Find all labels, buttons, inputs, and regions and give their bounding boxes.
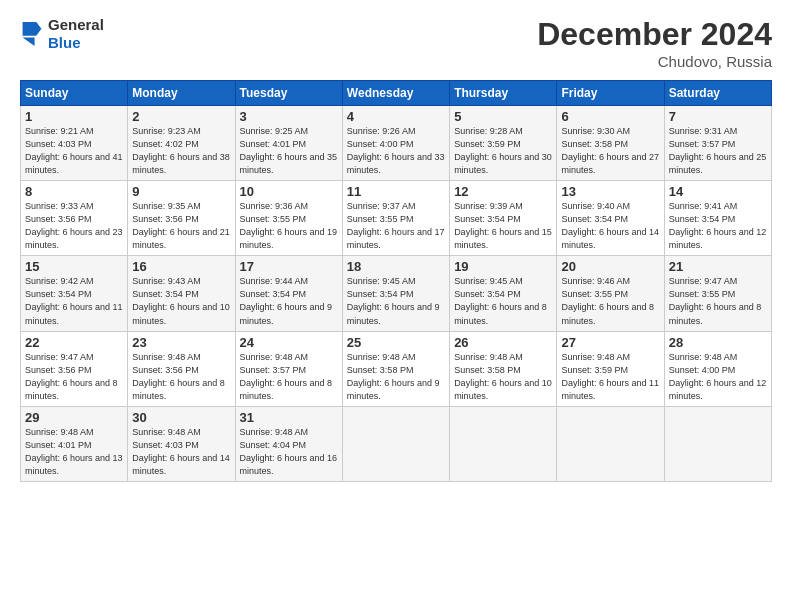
calendar-cell (450, 406, 557, 481)
day-info: Sunrise: 9:44 AMSunset: 3:54 PMDaylight:… (240, 275, 338, 327)
day-number: 6 (561, 109, 659, 124)
day-info: Sunrise: 9:28 AMSunset: 3:59 PMDaylight:… (454, 125, 552, 177)
calendar-cell: 19Sunrise: 9:45 AMSunset: 3:54 PMDayligh… (450, 256, 557, 331)
header: General Blue December 2024 Chudovo, Russ… (20, 16, 772, 70)
day-number: 21 (669, 259, 767, 274)
col-wednesday: Wednesday (342, 81, 449, 106)
day-number: 27 (561, 335, 659, 350)
day-info: Sunrise: 9:39 AMSunset: 3:54 PMDaylight:… (454, 200, 552, 252)
logo-line2: Blue (48, 34, 104, 52)
day-info: Sunrise: 9:48 AMSunset: 3:58 PMDaylight:… (347, 351, 445, 403)
calendar-cell: 17Sunrise: 9:44 AMSunset: 3:54 PMDayligh… (235, 256, 342, 331)
calendar-table: Sunday Monday Tuesday Wednesday Thursday… (20, 80, 772, 482)
day-info: Sunrise: 9:47 AMSunset: 3:55 PMDaylight:… (669, 275, 767, 327)
col-monday: Monday (128, 81, 235, 106)
day-number: 23 (132, 335, 230, 350)
day-info: Sunrise: 9:37 AMSunset: 3:55 PMDaylight:… (347, 200, 445, 252)
calendar-cell: 27Sunrise: 9:48 AMSunset: 3:59 PMDayligh… (557, 331, 664, 406)
week-row-5: 29Sunrise: 9:48 AMSunset: 4:01 PMDayligh… (21, 406, 772, 481)
calendar-cell: 13Sunrise: 9:40 AMSunset: 3:54 PMDayligh… (557, 181, 664, 256)
calendar-cell: 28Sunrise: 9:48 AMSunset: 4:00 PMDayligh… (664, 331, 771, 406)
calendar-cell: 11Sunrise: 9:37 AMSunset: 3:55 PMDayligh… (342, 181, 449, 256)
calendar-cell: 5Sunrise: 9:28 AMSunset: 3:59 PMDaylight… (450, 106, 557, 181)
day-info: Sunrise: 9:43 AMSunset: 3:54 PMDaylight:… (132, 275, 230, 327)
calendar-cell: 12Sunrise: 9:39 AMSunset: 3:54 PMDayligh… (450, 181, 557, 256)
day-info: Sunrise: 9:41 AMSunset: 3:54 PMDaylight:… (669, 200, 767, 252)
day-number: 15 (25, 259, 123, 274)
calendar-cell: 10Sunrise: 9:36 AMSunset: 3:55 PMDayligh… (235, 181, 342, 256)
day-info: Sunrise: 9:48 AMSunset: 3:59 PMDaylight:… (561, 351, 659, 403)
day-number: 24 (240, 335, 338, 350)
week-row-2: 8Sunrise: 9:33 AMSunset: 3:56 PMDaylight… (21, 181, 772, 256)
day-info: Sunrise: 9:42 AMSunset: 3:54 PMDaylight:… (25, 275, 123, 327)
day-number: 30 (132, 410, 230, 425)
calendar-cell: 2Sunrise: 9:23 AMSunset: 4:02 PMDaylight… (128, 106, 235, 181)
col-saturday: Saturday (664, 81, 771, 106)
day-number: 29 (25, 410, 123, 425)
calendar-cell: 3Sunrise: 9:25 AMSunset: 4:01 PMDaylight… (235, 106, 342, 181)
day-number: 10 (240, 184, 338, 199)
day-info: Sunrise: 9:31 AMSunset: 3:57 PMDaylight:… (669, 125, 767, 177)
calendar-cell: 4Sunrise: 9:26 AMSunset: 4:00 PMDaylight… (342, 106, 449, 181)
day-number: 13 (561, 184, 659, 199)
day-info: Sunrise: 9:25 AMSunset: 4:01 PMDaylight:… (240, 125, 338, 177)
day-info: Sunrise: 9:23 AMSunset: 4:02 PMDaylight:… (132, 125, 230, 177)
calendar-cell: 15Sunrise: 9:42 AMSunset: 3:54 PMDayligh… (21, 256, 128, 331)
day-number: 26 (454, 335, 552, 350)
calendar-cell: 31Sunrise: 9:48 AMSunset: 4:04 PMDayligh… (235, 406, 342, 481)
calendar-cell: 23Sunrise: 9:48 AMSunset: 3:56 PMDayligh… (128, 331, 235, 406)
calendar-cell (342, 406, 449, 481)
calendar-cell (664, 406, 771, 481)
calendar-cell: 29Sunrise: 9:48 AMSunset: 4:01 PMDayligh… (21, 406, 128, 481)
day-number: 14 (669, 184, 767, 199)
day-info: Sunrise: 9:48 AMSunset: 4:04 PMDaylight:… (240, 426, 338, 478)
day-info: Sunrise: 9:40 AMSunset: 3:54 PMDaylight:… (561, 200, 659, 252)
day-number: 11 (347, 184, 445, 199)
day-number: 25 (347, 335, 445, 350)
col-sunday: Sunday (21, 81, 128, 106)
day-info: Sunrise: 9:21 AMSunset: 4:03 PMDaylight:… (25, 125, 123, 177)
day-number: 19 (454, 259, 552, 274)
svg-marker-1 (23, 37, 35, 46)
calendar-body: 1Sunrise: 9:21 AMSunset: 4:03 PMDaylight… (21, 106, 772, 482)
calendar-cell: 18Sunrise: 9:45 AMSunset: 3:54 PMDayligh… (342, 256, 449, 331)
logo: General Blue (20, 16, 104, 52)
day-number: 22 (25, 335, 123, 350)
week-row-3: 15Sunrise: 9:42 AMSunset: 3:54 PMDayligh… (21, 256, 772, 331)
calendar-cell (557, 406, 664, 481)
logo-icon (22, 22, 42, 46)
day-info: Sunrise: 9:45 AMSunset: 3:54 PMDaylight:… (347, 275, 445, 327)
week-row-1: 1Sunrise: 9:21 AMSunset: 4:03 PMDaylight… (21, 106, 772, 181)
svg-marker-0 (23, 22, 42, 36)
day-number: 17 (240, 259, 338, 274)
col-tuesday: Tuesday (235, 81, 342, 106)
calendar-cell: 24Sunrise: 9:48 AMSunset: 3:57 PMDayligh… (235, 331, 342, 406)
day-info: Sunrise: 9:48 AMSunset: 4:03 PMDaylight:… (132, 426, 230, 478)
day-info: Sunrise: 9:48 AMSunset: 4:01 PMDaylight:… (25, 426, 123, 478)
day-info: Sunrise: 9:45 AMSunset: 3:54 PMDaylight:… (454, 275, 552, 327)
day-number: 8 (25, 184, 123, 199)
day-number: 31 (240, 410, 338, 425)
calendar-cell: 22Sunrise: 9:47 AMSunset: 3:56 PMDayligh… (21, 331, 128, 406)
day-number: 7 (669, 109, 767, 124)
day-info: Sunrise: 9:48 AMSunset: 3:57 PMDaylight:… (240, 351, 338, 403)
calendar-cell: 25Sunrise: 9:48 AMSunset: 3:58 PMDayligh… (342, 331, 449, 406)
day-number: 3 (240, 109, 338, 124)
calendar-cell: 1Sunrise: 9:21 AMSunset: 4:03 PMDaylight… (21, 106, 128, 181)
day-info: Sunrise: 9:48 AMSunset: 3:58 PMDaylight:… (454, 351, 552, 403)
day-info: Sunrise: 9:47 AMSunset: 3:56 PMDaylight:… (25, 351, 123, 403)
calendar-cell: 7Sunrise: 9:31 AMSunset: 3:57 PMDaylight… (664, 106, 771, 181)
day-info: Sunrise: 9:46 AMSunset: 3:55 PMDaylight:… (561, 275, 659, 327)
calendar-cell: 8Sunrise: 9:33 AMSunset: 3:56 PMDaylight… (21, 181, 128, 256)
page: General Blue December 2024 Chudovo, Russ… (0, 0, 792, 612)
day-info: Sunrise: 9:48 AMSunset: 3:56 PMDaylight:… (132, 351, 230, 403)
col-friday: Friday (557, 81, 664, 106)
day-info: Sunrise: 9:30 AMSunset: 3:58 PMDaylight:… (561, 125, 659, 177)
day-info: Sunrise: 9:26 AMSunset: 4:00 PMDaylight:… (347, 125, 445, 177)
day-info: Sunrise: 9:33 AMSunset: 3:56 PMDaylight:… (25, 200, 123, 252)
day-number: 9 (132, 184, 230, 199)
day-info: Sunrise: 9:36 AMSunset: 3:55 PMDaylight:… (240, 200, 338, 252)
day-info: Sunrise: 9:48 AMSunset: 4:00 PMDaylight:… (669, 351, 767, 403)
day-number: 2 (132, 109, 230, 124)
location: Chudovo, Russia (537, 53, 772, 70)
